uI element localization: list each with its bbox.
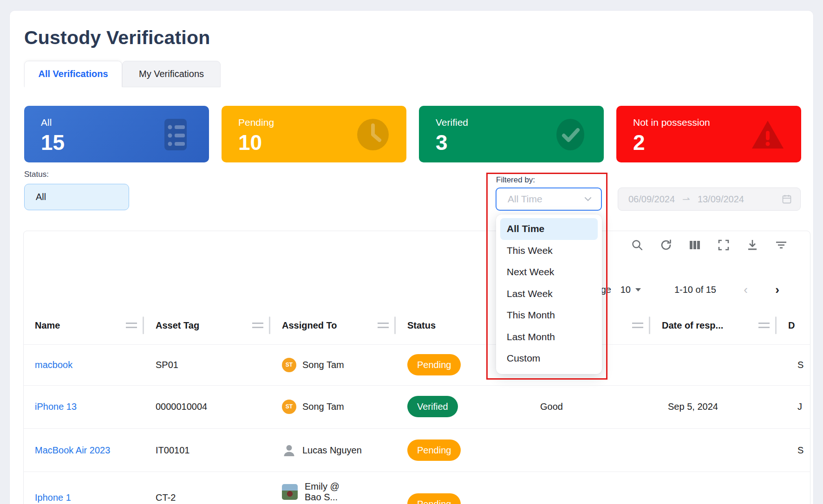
status-cell: Pending [407,354,461,375]
status-badge: Pending [407,493,461,504]
list-icon [158,117,193,152]
dropdown-option-next-week[interactable]: Next Week [500,261,598,283]
avatar: ST [282,400,296,414]
asset-name-link[interactable]: Iphone 1 [35,488,71,504]
dropdown-option-custom[interactable]: Custom [500,348,598,369]
status-cell: Pending [407,493,461,504]
stat-verified-label: Verified [436,117,468,128]
row-divider [23,344,810,345]
avatar: ST [282,358,296,372]
date-to-value: 13/09/2024 [698,194,744,205]
table-toolbar [631,236,788,254]
page-size-value: 10 [621,284,631,295]
overflow-cell: J [797,394,811,419]
status-badge: Verified [407,396,458,417]
row-divider [23,428,810,429]
status-filter-label: Status: [24,170,49,179]
refresh-icon[interactable] [660,239,673,252]
assigned-to-cell: Emily @ Bao S... [282,483,340,501]
filtered-by-label: Filtered by: [496,175,535,185]
stat-verified-value: 3 [436,130,448,155]
tab-my-verifications-label: My Verifications [139,69,204,79]
assigned-to-cell: Lucas Nguyen [282,438,362,462]
status-filter-select[interactable]: All [24,184,129,210]
stat-all-value: 15 [41,130,65,155]
stat-card-all[interactable]: All 15 [24,106,209,162]
column-header-name[interactable]: Name [23,306,144,344]
asset-name-link[interactable]: macbook [35,353,72,377]
next-page-button[interactable]: › [775,283,779,297]
column-header-date-of-resp[interactable]: Date of resp... [650,306,777,344]
tab-all-verifications-label: All Verifications [38,69,108,79]
column-resize-handle[interactable] [126,323,137,328]
date-range-arrow-icon: ⇀ [682,194,690,205]
time-filter-select[interactable]: All Time [496,187,602,211]
asset-tag-cell: 0000010004 [156,394,207,419]
chevron-down-icon [583,194,593,204]
asset-tag-cell: IT00101 [156,438,189,462]
stat-notin-label: Not in possession [633,117,710,128]
table-header-row: Name Asset Tag Assigned To Status Date o… [23,306,810,344]
page-title: Custody Verification [24,27,210,49]
status-filter-value: All [36,192,46,202]
dropdown-option-this-week[interactable]: This Week [500,240,598,262]
time-filter-value: All Time [508,194,542,205]
date-range-input[interactable]: 06/09/2024 ⇀ 13/09/2024 [618,187,801,211]
status-badge: Pending [407,439,461,461]
person-icon [282,443,296,458]
column-header-asset-tag[interactable]: Asset Tag [144,306,270,344]
stat-pending-label: Pending [238,117,274,128]
overflow-cell: S [797,353,811,377]
download-icon[interactable] [746,239,759,252]
column-resize-handle[interactable] [378,323,389,328]
asset-name-link[interactable]: MacBook Air 2023 [35,438,110,462]
assigned-to-cell: ST Song Tam [282,394,344,419]
overflow-cell: S [797,438,811,462]
column-header-assigned-to[interactable]: Assigned To [270,306,396,344]
status-cell: Pending [407,439,461,461]
date-of-resp-cell: Sep 5, 2024 [668,394,718,419]
asset-name-link[interactable]: iPhone 13 [35,394,77,419]
page-size-select[interactable]: 10 [621,284,641,295]
stat-card-not-in-possession[interactable]: Not in possession 2 [616,106,801,162]
assigned-to-cell: ST Song Tam [282,353,344,377]
pagination-range: 1-10 of 15 [674,284,716,295]
dropdown-option-this-month[interactable]: This Month [500,304,598,326]
stat-notin-value: 2 [633,130,645,155]
previous-page-button[interactable]: ‹ [744,283,748,297]
column-resize-handle[interactable] [632,323,643,328]
status-badge: Pending [407,354,461,375]
row-divider [23,385,810,386]
fullscreen-icon[interactable] [717,239,730,252]
date-from-value: 06/09/2024 [628,194,675,205]
condition-cell: Good [540,394,563,419]
check-circle-icon [553,117,588,152]
asset-tag-cell: SP01 [156,353,178,377]
search-icon[interactable] [631,239,644,252]
status-cell: Verified [407,396,458,417]
time-filter-dropdown: All Time This Week Next Week Last Week T… [496,214,602,374]
columns-icon[interactable] [688,239,701,252]
column-header-overflow[interactable]: D [777,306,810,344]
stat-card-verified[interactable]: Verified 3 [419,106,604,162]
clock-icon [355,117,391,152]
dropdown-option-last-week[interactable]: Last Week [500,283,598,305]
column-resize-handle[interactable] [758,323,770,328]
filter-icon[interactable] [775,239,788,252]
dropdown-option-all-time[interactable]: All Time [500,218,598,240]
stat-pending-value: 10 [238,130,262,155]
column-resize-handle[interactable] [252,323,263,328]
stat-card-pending[interactable]: Pending 10 [222,106,406,162]
assigned-to-second-line: Bao S... [305,492,338,503]
tab-all-verifications[interactable]: All Verifications [24,61,122,87]
user-photo-avatar [282,484,298,500]
page-size-caret-icon [635,288,641,291]
row-divider [23,472,810,472]
calendar-icon [782,194,792,204]
tab-my-verifications[interactable]: My Verifications [122,61,221,87]
warning-icon [750,117,785,152]
asset-tag-cell: CT-2 [156,488,176,504]
dropdown-option-last-month[interactable]: Last Month [500,326,598,348]
stat-all-label: All [41,117,52,128]
